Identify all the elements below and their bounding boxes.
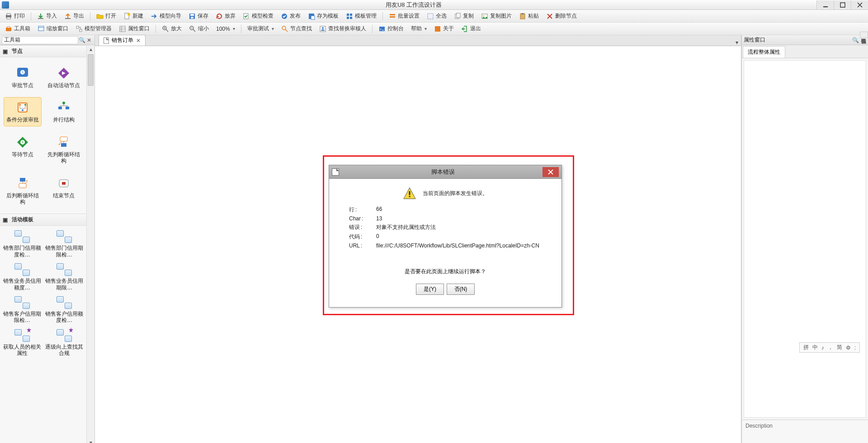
zoom-in-button[interactable]: 放大 bbox=[159, 23, 185, 34]
svg-rect-4 bbox=[7, 17, 10, 19]
template-manager-button[interactable]: 模板管理 bbox=[343, 11, 380, 21]
collapse-icon: ▣ bbox=[3, 48, 9, 55]
property-grid[interactable] bbox=[744, 60, 866, 418]
ime-item[interactable]: 中 bbox=[812, 344, 818, 351]
new-button[interactable]: 新建 bbox=[120, 11, 146, 21]
model-manager-button[interactable]: 模型管理器 bbox=[72, 23, 115, 34]
scroll-thumb[interactable] bbox=[88, 54, 94, 86]
import-button[interactable]: 导入 bbox=[34, 11, 60, 21]
minimize-button[interactable] bbox=[816, 0, 834, 9]
panel-close-icon[interactable]: ✕ bbox=[85, 37, 93, 44]
help-button[interactable]: 帮助▾ bbox=[408, 23, 430, 34]
print-label: 打印 bbox=[14, 12, 25, 20]
print-button[interactable]: 打印 bbox=[2, 11, 28, 21]
search-icon[interactable]: 🔍 bbox=[852, 37, 859, 44]
template-item[interactable]: 销售部门信用额度检… bbox=[3, 230, 42, 258]
toolbar-separator bbox=[90, 12, 90, 20]
toolbox-icon bbox=[5, 25, 12, 33]
side-tab-property-editor[interactable]: 属性编辑器 bbox=[860, 32, 868, 38]
tab-sales-order[interactable]: 销售订单 ✕ bbox=[99, 35, 146, 46]
wizard-button[interactable]: 模型向导 bbox=[147, 11, 184, 21]
maximize-button[interactable] bbox=[834, 0, 851, 9]
template-item[interactable]: 销售业务员信用额度… bbox=[3, 263, 42, 291]
toolbox-scrollbar[interactable]: ▴ ▾ bbox=[86, 45, 94, 443]
save-label: 保存 bbox=[198, 12, 208, 20]
scroll-up-icon[interactable]: ▴ bbox=[87, 45, 94, 53]
ime-item[interactable]: 拼 bbox=[803, 344, 809, 351]
zoom-out-button[interactable]: 缩小 bbox=[186, 23, 212, 34]
info-icon bbox=[434, 25, 441, 33]
ime-item[interactable]: ⚙ bbox=[846, 345, 851, 351]
node-post-loop[interactable]: 后判断循环结构 bbox=[4, 173, 42, 209]
copy-img-label: 复制图片 bbox=[490, 12, 512, 20]
exit-button[interactable]: 退出 bbox=[458, 23, 484, 34]
svg-rect-54 bbox=[60, 137, 67, 141]
template-item[interactable]: 销售部门信用期限检… bbox=[45, 230, 84, 258]
node-auto-activity[interactable]: 自动活动节点 bbox=[45, 63, 83, 92]
delete-node-button[interactable]: 删除节点 bbox=[543, 11, 580, 21]
paste-button[interactable]: 粘贴 bbox=[516, 11, 542, 21]
template-item[interactable]: 获取人员的相关属性 bbox=[3, 329, 42, 357]
open-button[interactable]: 打开 bbox=[93, 11, 119, 21]
toolbar-row-1: 打印 导入 导出 打开 新建 模型向导 保存 放弃 模型检查 发布 存为模板 模… bbox=[0, 10, 868, 23]
copy-image-button[interactable]: 复制图片 bbox=[478, 11, 515, 21]
dialog-no-button[interactable]: 否(N) bbox=[447, 284, 475, 295]
node-wait[interactable]: 等待节点 bbox=[4, 132, 42, 168]
template-item[interactable]: 销售客户信用额度检… bbox=[45, 296, 84, 324]
svg-point-48 bbox=[22, 109, 24, 111]
publish-button[interactable]: 发布 bbox=[278, 11, 304, 21]
test-button[interactable]: 审批测试▾ bbox=[244, 23, 277, 34]
section-templates-header[interactable]: ▣ 活动模板 bbox=[0, 214, 86, 226]
template-item[interactable]: 销售客户信用期限检… bbox=[3, 296, 42, 324]
batch-button[interactable]: 批量设置 bbox=[386, 11, 423, 21]
property-window-button[interactable]: 属性窗口 bbox=[116, 23, 153, 34]
dialog-title: 脚本错误 bbox=[344, 168, 542, 176]
ime-item[interactable]: ♪ bbox=[821, 345, 824, 351]
toolbox-label: 工具箱 bbox=[14, 25, 30, 33]
ime-item[interactable]: : bbox=[854, 345, 856, 351]
check-icon bbox=[243, 13, 250, 20]
check-button[interactable]: 模型检查 bbox=[240, 11, 277, 21]
console-button[interactable]: 控制台 bbox=[375, 23, 407, 34]
chevron-down-icon: ▾ bbox=[425, 26, 427, 31]
tab-process-properties[interactable]: 流程整体属性 bbox=[743, 46, 785, 58]
node-approval[interactable]: 审批节点 bbox=[4, 63, 42, 92]
find-node-button[interactable]: 节点查找 bbox=[278, 23, 315, 34]
template-item[interactable]: 销售业务员信用期限… bbox=[45, 263, 84, 291]
ime-item[interactable]: 简 bbox=[837, 344, 842, 351]
save-template-button[interactable]: 存为模板 bbox=[305, 11, 342, 21]
scroll-down-icon[interactable]: ▾ bbox=[87, 438, 94, 443]
save-button[interactable]: 保存 bbox=[185, 11, 212, 21]
dialog-yes-button[interactable]: 是(Y) bbox=[416, 284, 444, 295]
template-item[interactable]: 逐级向上查找其合规 bbox=[45, 329, 84, 357]
replace-approver-button[interactable]: 查找替换审核人 bbox=[316, 23, 369, 34]
dialog-titlebar[interactable]: 脚本错误 bbox=[329, 165, 561, 179]
grid-icon bbox=[346, 13, 353, 20]
copy-button[interactable]: 复制 bbox=[451, 11, 477, 21]
node-pre-loop[interactable]: 先判断循环结构 bbox=[45, 132, 83, 168]
ime-toolbar[interactable]: 拼 中 ♪ ， 简 ⚙ : bbox=[799, 342, 860, 353]
svg-rect-0 bbox=[823, 6, 828, 7]
import-icon bbox=[37, 13, 44, 20]
node-parallel[interactable]: 并行结构 bbox=[45, 97, 83, 126]
close-button[interactable] bbox=[851, 0, 868, 9]
zoom-window-button[interactable]: 缩放窗口 bbox=[34, 23, 71, 34]
node-end[interactable]: 结束节点 bbox=[45, 173, 83, 209]
section-nodes-header[interactable]: ▣ 节点 bbox=[0, 45, 86, 57]
search-icon[interactable]: 🔍 bbox=[78, 37, 85, 44]
select-all-button[interactable]: 全选 bbox=[424, 11, 450, 21]
node-conditional-approval[interactable]: 条件分派审批 bbox=[4, 97, 42, 126]
discard-button[interactable]: 放弃 bbox=[212, 11, 239, 21]
zoom-level-dropdown[interactable]: 100%▾ bbox=[213, 24, 238, 33]
toolbox-title-input[interactable] bbox=[2, 36, 78, 44]
workflow-canvas[interactable]: 脚本错误 当前页面的脚本发生错误。 行66 Char13 错误对象不支持此属性或… bbox=[95, 46, 741, 443]
toolbox-panel-header: 🔍 ✕ bbox=[0, 35, 94, 45]
ime-item[interactable]: ， bbox=[828, 344, 833, 351]
tab-close-icon[interactable]: ✕ bbox=[136, 37, 141, 44]
dialog-close-button[interactable] bbox=[542, 167, 559, 177]
toolbox-button[interactable]: 工具箱 bbox=[2, 23, 33, 34]
tabs-dropdown[interactable]: ▾ bbox=[736, 39, 738, 46]
tab-label: 销售订单 bbox=[112, 37, 133, 44]
export-button[interactable]: 导出 bbox=[61, 11, 87, 21]
about-button[interactable]: 关于 bbox=[431, 23, 457, 34]
